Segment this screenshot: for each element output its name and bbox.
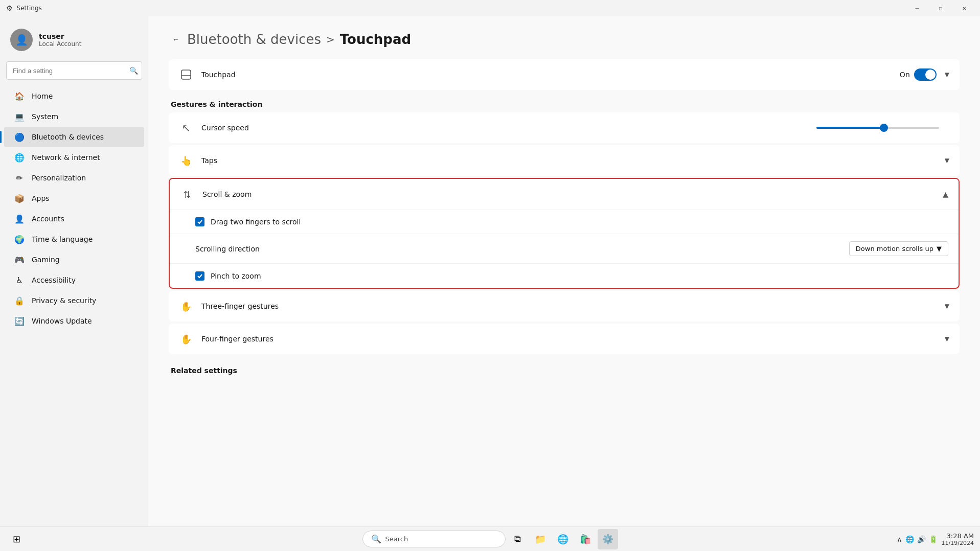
settings-taskbar-button[interactable]: ⚙️: [598, 529, 618, 549]
sidebar-nav: 🏠 Home 💻 System 🔵 Bluetooth & devices 🌐 …: [0, 86, 148, 331]
sidebar-item-label-network: Network & internet: [32, 153, 100, 162]
globe-icon[interactable]: 🌐: [905, 535, 914, 543]
title-bar: ⚙️ Settings ─ □ ✕: [0, 0, 980, 16]
taps-icon: 👆: [179, 153, 193, 168]
network-icon: 🌐: [14, 152, 25, 163]
scrolling-direction-dropdown[interactable]: Down motion scrolls up ▼: [849, 241, 948, 256]
pinch-to-zoom-row: Pinch to zoom: [170, 264, 959, 288]
three-finger-label: Three-finger gestures: [201, 302, 941, 310]
sidebar-item-personalization[interactable]: ✏️ Personalization: [4, 168, 144, 188]
content-area: ← Bluetooth & devices > Touchpad Touchpa…: [148, 16, 980, 526]
tray-icons: ∧ 🌐 🔊 🔋: [897, 535, 937, 543]
breadcrumb-parent: Bluetooth & devices: [187, 32, 321, 47]
sidebar-item-label-accounts: Accounts: [32, 215, 64, 223]
sidebar-item-home[interactable]: 🏠 Home: [4, 86, 144, 106]
sidebar-item-time[interactable]: 🌍 Time & language: [4, 229, 144, 249]
dropdown-chevron-icon: ▼: [937, 245, 942, 252]
slider-fill: [816, 127, 884, 129]
sidebar-item-system[interactable]: 💻 System: [4, 106, 144, 127]
search-box: 🔍: [6, 61, 142, 80]
scroll-zoom-card: ⇅ Scroll & zoom ▲ Drag two fingers to sc…: [169, 178, 960, 289]
scroll-zoom-label: Scroll & zoom: [202, 190, 939, 198]
touchpad-icon: [179, 67, 193, 82]
sidebar-item-accessibility[interactable]: ♿ Accessibility: [4, 270, 144, 290]
four-finger-chevron-icon[interactable]: ▼: [945, 335, 949, 342]
clock-time: 3:28 AM: [942, 532, 974, 540]
related-settings-label: Related settings: [169, 366, 960, 375]
minimize-button[interactable]: ─: [905, 0, 929, 16]
slider: [816, 127, 949, 129]
close-button[interactable]: ✕: [952, 0, 976, 16]
toggle-on-label: On: [900, 71, 910, 79]
scrolling-direction-label: Scrolling direction: [195, 245, 849, 253]
user-name: tcuser: [39, 32, 81, 40]
sidebar-item-label-personalization: Personalization: [32, 174, 86, 182]
gestures-section-label: Gestures & interaction: [169, 100, 960, 108]
chevron-up-icon[interactable]: ∧: [897, 535, 902, 543]
svg-rect-0: [181, 70, 191, 79]
touchpad-card: Touchpad On ▼: [169, 59, 960, 90]
back-button[interactable]: ←: [169, 32, 183, 47]
sidebar-item-accounts[interactable]: 👤 Accounts: [4, 209, 144, 229]
taskbar-center: 🔍 Search ⧉ 📁 🌐 🛍️ ⚙️: [362, 529, 618, 549]
page-header: ← Bluetooth & devices > Touchpad: [169, 32, 960, 47]
sidebar-item-privacy[interactable]: 🔒 Privacy & security: [4, 290, 144, 311]
three-finger-icon: ✋: [179, 299, 193, 313]
four-finger-card: ✋ Four-finger gestures ▼: [169, 324, 960, 354]
scroll-zoom-chevron-icon[interactable]: ▲: [943, 190, 948, 198]
maximize-button[interactable]: □: [929, 0, 952, 16]
avatar-icon: 👤: [15, 34, 28, 46]
scroll-zoom-icon: ⇅: [180, 187, 194, 201]
user-section: 👤 tcuser Local Account: [0, 20, 148, 61]
taskbar-search[interactable]: 🔍 Search: [362, 531, 506, 547]
personalization-icon: ✏️: [14, 173, 25, 183]
drag-two-fingers-checkbox[interactable]: [195, 217, 204, 226]
three-finger-chevron-icon[interactable]: ▼: [945, 303, 949, 310]
taps-label: Taps: [201, 156, 941, 165]
slider-thumb[interactable]: [880, 124, 888, 132]
search-icon-button[interactable]: 🔍: [129, 66, 138, 75]
four-finger-icon: ✋: [179, 332, 193, 346]
sidebar-item-update[interactable]: 🔄 Windows Update: [4, 311, 144, 331]
battery-icon[interactable]: 🔋: [929, 535, 938, 543]
search-input[interactable]: [6, 61, 142, 80]
sidebar-item-label-system: System: [32, 112, 58, 121]
store-button[interactable]: 🛍️: [575, 529, 596, 549]
cursor-icon: ↖: [179, 121, 193, 135]
sidebar-item-label-accessibility: Accessibility: [32, 276, 76, 284]
sidebar-item-network[interactable]: 🌐 Network & internet: [4, 147, 144, 168]
time-display[interactable]: 3:28 AM 11/19/2024: [942, 532, 974, 546]
start-button[interactable]: ⊞: [6, 529, 27, 549]
breadcrumb-current: Touchpad: [340, 32, 411, 47]
sidebar-item-apps[interactable]: 📦 Apps: [4, 188, 144, 209]
file-explorer-button[interactable]: 📁: [530, 529, 551, 549]
sidebar-item-gaming[interactable]: 🎮 Gaming: [4, 249, 144, 270]
avatar: 👤: [10, 29, 33, 51]
drag-two-fingers-label: Drag two fingers to scroll: [211, 218, 301, 226]
edge-button[interactable]: 🌐: [553, 529, 573, 549]
sidebar-item-label-home: Home: [32, 92, 53, 100]
pinch-to-zoom-checkbox[interactable]: [195, 271, 204, 281]
app-icon: ⚙️: [6, 4, 13, 12]
update-icon: 🔄: [14, 316, 25, 326]
scrolling-direction-row: Scrolling direction Down motion scrolls …: [170, 234, 959, 264]
drag-two-fingers-row: Drag two fingers to scroll: [170, 210, 959, 234]
accessibility-icon: ♿: [14, 275, 25, 285]
touchpad-chevron-icon[interactable]: ▼: [945, 71, 949, 78]
breadcrumb-separator: >: [326, 33, 335, 45]
task-view-button[interactable]: ⧉: [508, 529, 528, 549]
touchpad-toggle[interactable]: [914, 68, 937, 81]
taskbar: ⊞ 🔍 Search ⧉ 📁 🌐 🛍️ ⚙️ ∧ 🌐 🔊 🔋 3:28 AM 1…: [0, 526, 980, 551]
speaker-icon[interactable]: 🔊: [917, 535, 926, 543]
sidebar-item-bluetooth[interactable]: 🔵 Bluetooth & devices: [4, 127, 144, 147]
taps-chevron-icon[interactable]: ▼: [945, 157, 949, 164]
scroll-zoom-header[interactable]: ⇅ Scroll & zoom ▲: [170, 179, 959, 210]
cursor-speed-label: Cursor speed: [201, 124, 816, 132]
three-finger-card: ✋ Three-finger gestures ▼: [169, 291, 960, 322]
sidebar: 👤 tcuser Local Account 🔍 🏠 Home 💻 System: [0, 16, 148, 526]
sidebar-item-label-time: Time & language: [32, 235, 93, 243]
scrolling-direction-value: Down motion scrolls up: [856, 245, 933, 252]
cursor-speed-slider-container: [816, 127, 949, 129]
app-title: Settings: [17, 5, 42, 12]
sidebar-item-label-privacy: Privacy & security: [32, 296, 96, 305]
